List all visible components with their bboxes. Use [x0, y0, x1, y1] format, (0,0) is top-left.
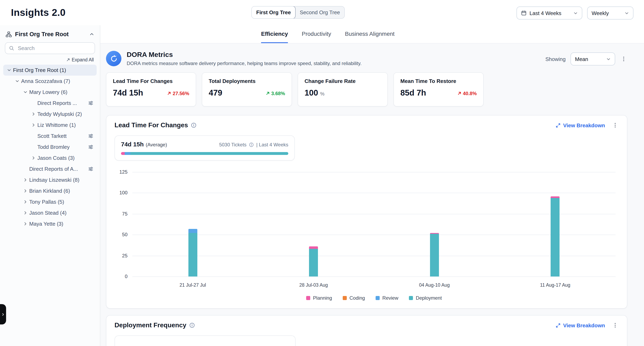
bar-segment-deployment[interactable]	[430, 234, 439, 276]
tree-item[interactable]: Todd Bromley	[3, 141, 97, 152]
kebab-menu-icon[interactable]	[612, 122, 619, 129]
filter-icon[interactable]	[88, 133, 97, 139]
date-range-select[interactable]: Last 4 Weeks	[516, 7, 582, 20]
tab-business-alignment[interactable]: Business Alignment	[345, 25, 394, 43]
bar-21 Jul-27 Jul[interactable]	[188, 229, 197, 276]
tree-item[interactable]: First Org Tree Root (1)	[3, 65, 97, 76]
info-icon[interactable]	[189, 322, 195, 328]
legend-item-deployment[interactable]: Deployment	[409, 295, 442, 301]
trend-up-icon	[266, 91, 270, 96]
filter-icon[interactable]	[88, 100, 97, 106]
delta-badge: 40.8%	[457, 90, 477, 96]
tab-efficiency[interactable]: Efficiency	[261, 25, 288, 43]
chevron-right-icon[interactable]	[22, 178, 28, 182]
bar-segment-deployment[interactable]	[551, 198, 560, 277]
tree-item-label: Lindsay Liszewski (8)	[29, 177, 80, 183]
filter-icon[interactable]	[88, 166, 97, 171]
granularity-select[interactable]: Weekly	[587, 7, 634, 20]
metric-title: Total Deployments	[209, 78, 285, 84]
bar-28 Jul-03 Aug[interactable]	[309, 246, 318, 276]
tree-item[interactable]: Scott Tarkett	[3, 130, 97, 141]
dora-description: DORA metrics measure software delivery p…	[127, 61, 362, 66]
bar-segment-deployment[interactable]	[188, 233, 197, 276]
info-icon[interactable]	[191, 122, 196, 128]
tree-item-label: Direct Reports of A...	[29, 166, 78, 172]
tab-productivity[interactable]: Productivity	[302, 25, 331, 43]
tree-item[interactable]: Tony Pallas (5)	[3, 196, 97, 207]
x-axis-label: 04 Aug-10 Aug	[419, 283, 450, 287]
tree-item-label: Tony Pallas (5)	[29, 199, 64, 205]
chevron-right-icon[interactable]	[30, 156, 36, 160]
metric-title: Mean Time To Restore	[400, 78, 477, 84]
lead-time-title: Lead Time For Changes	[114, 122, 188, 129]
chevron-down-icon	[573, 11, 578, 15]
view-breakdown-button[interactable]: View Breakdown	[556, 122, 605, 128]
chevron-down-icon[interactable]	[6, 68, 12, 72]
bar-segment-review[interactable]	[188, 229, 197, 233]
chevron-right-icon[interactable]	[30, 123, 36, 127]
tree-item-label: Direct Reports ...	[37, 100, 77, 106]
metric-value: 479	[209, 88, 222, 98]
chart-x-axis: 21 Jul-27 Jul28 Jul-03 Aug04 Aug-10 Aug1…	[132, 283, 616, 289]
tree-item[interactable]: Liz Whittome (1)	[3, 119, 97, 130]
chevron-right-icon[interactable]	[22, 189, 28, 193]
expand-icon	[556, 323, 561, 328]
chevron-right-icon[interactable]	[22, 211, 28, 215]
org-tree-icon	[6, 31, 12, 37]
expand-all-button[interactable]: Expand All	[0, 57, 94, 62]
deployment-frequency-header: Deployment Frequency View Breakdown	[114, 322, 619, 329]
legend-item-coding[interactable]: Coding	[342, 295, 365, 301]
org-tree-toggle-second[interactable]: Second Org Tree	[296, 7, 344, 18]
legend-item-review[interactable]: Review	[376, 295, 398, 301]
chevron-right-icon[interactable]	[22, 222, 28, 226]
lead-time-chart: 0255075100125 21 Jul-27 Jul28 Jul-03 Aug…	[132, 172, 616, 301]
chevron-right-icon[interactable]	[22, 200, 28, 204]
view-breakdown-label: View Breakdown	[563, 122, 605, 128]
topbar: Insights 2.0 First Org Tree Second Org T…	[0, 0, 644, 25]
showing-label: Showing	[545, 56, 566, 62]
y-axis-label: 75	[115, 211, 128, 217]
deployment-frequency-card: Deployment Frequency View Breakdown	[106, 315, 627, 346]
chevron-right-icon	[1, 312, 5, 316]
summary-qualifier: (Average)	[146, 142, 167, 148]
kebab-menu-icon[interactable]	[612, 322, 619, 329]
metric-title: Lead Time For Changes	[113, 78, 189, 84]
bar-04 Aug-10 Aug[interactable]	[430, 233, 439, 276]
legend-label: Coding	[350, 295, 365, 301]
tree-item[interactable]: Anna Scozzafava (7)	[3, 76, 97, 87]
showing-select[interactable]: Mean	[570, 52, 615, 65]
info-icon[interactable]	[249, 142, 254, 147]
chevron-down-icon[interactable]	[14, 79, 20, 83]
kebab-menu-icon[interactable]	[620, 55, 627, 63]
org-tree-toggle: First Org Tree Second Org Tree	[251, 6, 345, 19]
chart-plot: 0255075100125	[132, 172, 616, 276]
summary-range: | Last 4 Weeks	[256, 142, 288, 148]
delta-value: 3.68%	[271, 90, 285, 96]
bar-segment-planning[interactable]	[309, 246, 318, 249]
view-breakdown-button[interactable]: View Breakdown	[556, 322, 605, 328]
tree-item[interactable]: Jason Coats (3)	[3, 152, 97, 163]
tree-item[interactable]: Mary Lowery (6)	[3, 87, 97, 98]
tree-item[interactable]: Lindsay Liszewski (8)	[3, 175, 97, 186]
metric-cards-row: Lead Time For Changes 74d 15h27.56%Total…	[106, 72, 627, 106]
org-tree-toggle-first[interactable]: First Org Tree	[251, 6, 296, 19]
tree-item[interactable]: Brian Kirkland (6)	[3, 186, 97, 196]
chevron-down-icon[interactable]	[22, 90, 28, 94]
legend-item-planning[interactable]: Planning	[306, 295, 332, 301]
chevron-up-icon[interactable]	[89, 32, 94, 37]
bar-segment-planning[interactable]	[551, 196, 560, 198]
tree-item[interactable]: Teddy Wylupski (2)	[3, 109, 97, 119]
tree-item[interactable]: Direct Reports of A...	[3, 163, 97, 175]
date-range-value: Last 4 Weeks	[530, 10, 570, 16]
bar-11 Aug-17 Aug[interactable]	[551, 196, 560, 276]
chevron-right-icon[interactable]	[30, 112, 36, 116]
bar-segment-deployment[interactable]	[309, 249, 318, 276]
tree-item[interactable]: Maya Yette (3)	[3, 218, 97, 229]
filter-icon[interactable]	[88, 144, 97, 150]
tree-item[interactable]: Jason Stead (4)	[3, 207, 97, 218]
sidebar-collapse-handle[interactable]	[0, 304, 6, 324]
search-input[interactable]	[17, 45, 91, 52]
legend-swatch	[376, 296, 380, 300]
progress-segment-planning	[121, 152, 125, 155]
tree-item[interactable]: Direct Reports ...	[3, 98, 97, 109]
